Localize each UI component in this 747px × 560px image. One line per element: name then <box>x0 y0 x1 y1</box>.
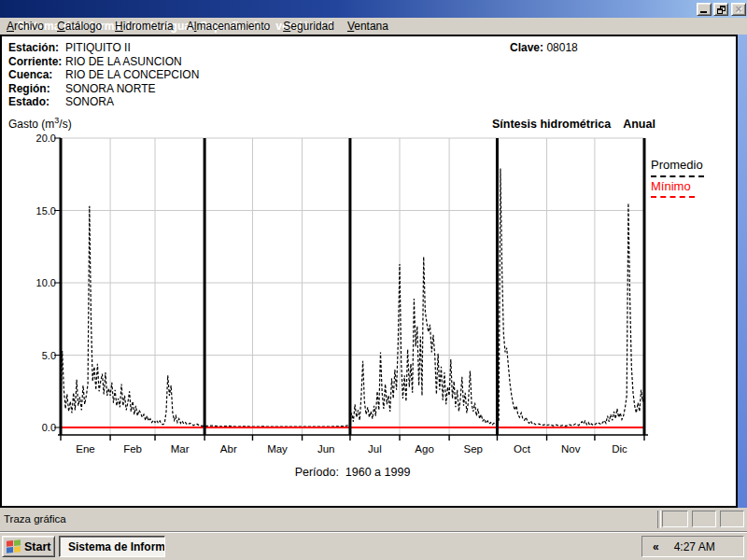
task-label: Sistema de Informaci... <box>68 540 165 553</box>
title-bar: Sistema de Información de Aguas Superfic… <box>0 0 747 18</box>
station-row: Cuenca:RIO DE LA CONCEPCION <box>8 68 199 82</box>
legend-promedio-line <box>651 175 704 177</box>
station-info: Estación:PITIQUITO II Corriente:RIO DE L… <box>8 41 199 109</box>
station-value: RIO DE LA CONCEPCION <box>65 68 199 81</box>
station-label: Corriente: <box>8 55 65 69</box>
station-row: Estación:PITIQUITO II <box>8 41 199 55</box>
minimize-icon <box>700 11 707 13</box>
clave-field: Clave: 08018 <box>510 41 578 54</box>
menu-item-archivo[interactable]: Archivo <box>0 18 50 35</box>
windows-logo-icon <box>7 539 21 553</box>
close-icon: × <box>735 5 741 14</box>
chart-subtitle: Anual <box>623 118 655 131</box>
menu-item-catalogo[interactable]: Catálogo <box>50 18 108 35</box>
chart-title: Síntesis hidrométricaAnual <box>492 118 655 131</box>
status-divider <box>657 511 661 528</box>
start-button[interactable]: Start <box>2 536 55 557</box>
station-row: Estado:SONORA <box>8 95 199 109</box>
status-cell <box>692 511 716 527</box>
client-area: Estación:PITIQUITO II Corriente:RIO DE L… <box>0 35 738 508</box>
station-label: Estación: <box>8 41 65 55</box>
legend-promedio-label: Promedio <box>651 158 703 172</box>
restore-icon <box>717 6 726 14</box>
legend-minimo-label: Mínimo <box>651 179 691 193</box>
clave-value: 08018 <box>546 41 577 54</box>
station-label: Estado: <box>8 95 65 109</box>
menu-item-hidrometria[interactable]: Hidrometría <box>108 18 180 35</box>
station-label: Región: <box>8 82 65 96</box>
station-value: PITIQUITO II <box>65 41 131 54</box>
station-row: Región:SONORA NORTE <box>8 82 199 96</box>
taskbar-clock: 4:27 AM <box>674 540 715 553</box>
system-tray: « 4:27 AM <box>641 536 744 557</box>
status-cell <box>720 511 744 527</box>
status-bar: Traza gráfica <box>0 508 747 532</box>
menu-bar: ArchivoCatálogoHidrometríaAlmacenamiento… <box>0 18 747 35</box>
menu-item-seguridad[interactable]: Seguridad <box>276 18 341 35</box>
status-cell <box>662 511 688 527</box>
station-value: SONORA <box>65 95 114 108</box>
status-text: Traza gráfica <box>4 508 66 531</box>
station-row: Corriente:RIO DE LA ASUNCION <box>8 55 199 69</box>
minimize-button[interactable] <box>697 3 712 16</box>
station-label: Cuenca: <box>8 68 65 82</box>
period-label: Período: 1960 a 1999 <box>61 466 644 479</box>
desktop-background <box>738 35 747 508</box>
close-button: × <box>731 3 746 16</box>
station-value: SONORA NORTE <box>65 82 155 95</box>
app-icon <box>63 541 64 553</box>
taskbar-task-button[interactable]: Sistema de Informaci... <box>59 536 165 557</box>
start-label: Start <box>24 540 50 553</box>
menu-item-ventana[interactable]: Ventana <box>341 18 395 35</box>
app-window: Sistema de Información de Aguas Superfic… <box>0 0 747 560</box>
chart-title-text: Síntesis hidrométrica <box>492 118 611 131</box>
tray-chevron-icon[interactable]: « <box>653 540 659 553</box>
station-value: RIO DE LA ASUNCION <box>65 55 182 68</box>
legend-minimo-line <box>651 196 695 198</box>
taskbar: Start Sistema de Informaci... « 4:27 AM <box>0 532 747 560</box>
restore-button[interactable] <box>713 3 728 16</box>
y-axis-title: Gasto (m3/s) <box>8 116 72 131</box>
menu-item-almacenamiento[interactable]: Almacenamiento <box>180 18 276 35</box>
clave-label: Clave: <box>510 41 543 54</box>
